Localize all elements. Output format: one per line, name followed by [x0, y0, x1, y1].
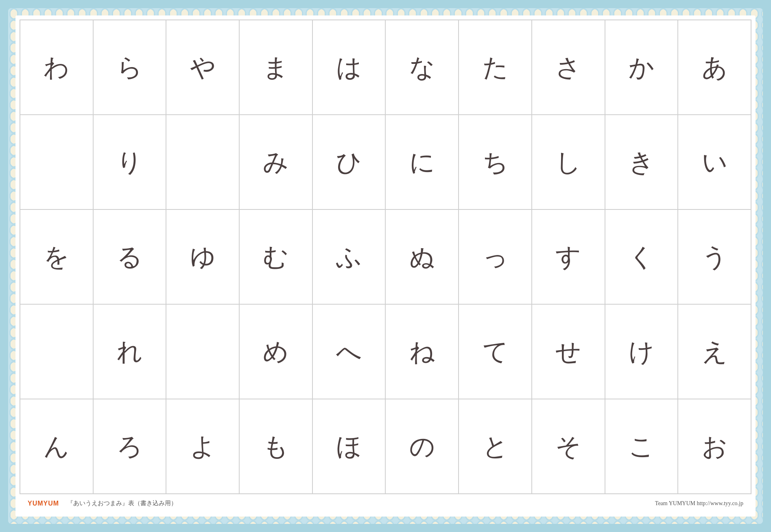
grid-cell-r3-c8: け	[605, 304, 678, 399]
grid-cell-r3-c5: ね	[385, 304, 459, 399]
grid-cell-r4-c8: こ	[605, 399, 678, 494]
grid-cell-r1-c0	[20, 115, 93, 209]
grid-cell-r1-c6: ち	[459, 115, 532, 209]
grid-cell-r0-c2: や	[166, 20, 239, 115]
footer-title: 『あいうえおつまみ』表（書き込み用）	[67, 499, 177, 507]
grid-cell-r0-c0: わ	[20, 20, 93, 115]
grid-cell-r4-c2: よ	[166, 399, 239, 494]
grid-cell-r4-c1: ろ	[93, 399, 166, 494]
team-info: Team YUMYUM http://www.tyy.co.jp	[655, 500, 743, 507]
grid-cell-r0-c9: あ	[678, 20, 751, 115]
footer: YUMYUM 『あいうえおつまみ』表（書き込み用） Team YUMYUM ht…	[20, 494, 751, 512]
grid-cell-r3-c6: て	[459, 304, 532, 399]
outer-border: わらやまはなたさかありみひにちしきいをるゆむふぬっすくうれめへねてせけえんろよも…	[8, 8, 763, 524]
grid-cell-r4-c7: そ	[532, 399, 605, 494]
grid-cell-r1-c5: に	[385, 115, 459, 209]
grid-cell-r2-c0: を	[20, 209, 93, 304]
grid-cell-r3-c0	[20, 304, 93, 399]
grid-cell-r3-c1: れ	[93, 304, 166, 399]
grid-cell-r3-c3: め	[239, 304, 312, 399]
grid-cell-r3-c4: へ	[312, 304, 386, 399]
grid-cell-r1-c1: り	[93, 115, 166, 209]
grid-cell-r2-c3: む	[239, 209, 312, 304]
grid-cell-r1-c2	[166, 115, 239, 209]
grid-cell-r1-c7: し	[532, 115, 605, 209]
grid-cell-r2-c5: ぬ	[385, 209, 459, 304]
grid-cell-r0-c8: か	[605, 20, 678, 115]
grid-cell-r4-c3: も	[239, 399, 312, 494]
grid-cell-r2-c1: る	[93, 209, 166, 304]
grid-cell-r1-c8: き	[605, 115, 678, 209]
grid-cell-r4-c6: と	[459, 399, 532, 494]
hiragana-grid: わらやまはなたさかありみひにちしきいをるゆむふぬっすくうれめへねてせけえんろよも…	[20, 20, 751, 494]
grid-cell-r2-c9: う	[678, 209, 751, 304]
grid-cell-r4-c4: ほ	[312, 399, 386, 494]
grid-cell-r2-c2: ゆ	[166, 209, 239, 304]
grid-cell-r0-c5: な	[385, 20, 459, 115]
grid-cell-r3-c7: せ	[532, 304, 605, 399]
grid-cell-r0-c7: さ	[532, 20, 605, 115]
grid-cell-r4-c9: お	[678, 399, 751, 494]
grid-cell-r3-c2	[166, 304, 239, 399]
grid-cell-r2-c4: ふ	[312, 209, 386, 304]
grid-cell-r0-c6: た	[459, 20, 532, 115]
grid-cell-r1-c4: ひ	[312, 115, 386, 209]
grid-cell-r0-c1: ら	[93, 20, 166, 115]
grid-cell-r4-c0: ん	[20, 399, 93, 494]
grid-cell-r1-c9: い	[678, 115, 751, 209]
grid-cell-r3-c9: え	[678, 304, 751, 399]
grid-cell-r0-c4: は	[312, 20, 386, 115]
grid-cell-r2-c8: く	[605, 209, 678, 304]
inner-content: わらやまはなたさかありみひにちしきいをるゆむふぬっすくうれめへねてせけえんろよも…	[15, 15, 756, 517]
grid-cell-r1-c3: み	[239, 115, 312, 209]
grid-cell-r4-c5: の	[385, 399, 459, 494]
grid-cell-r2-c6: っ	[459, 209, 532, 304]
grid-cell-r2-c7: す	[532, 209, 605, 304]
brand-name: YUMYUM	[28, 500, 59, 507]
grid-cell-r0-c3: ま	[239, 20, 312, 115]
